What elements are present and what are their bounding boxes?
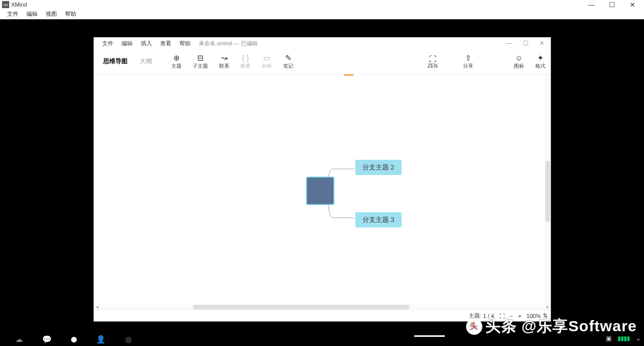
emoticon-icon: ☺	[515, 53, 523, 63]
inner-menu-view[interactable]: 查看	[156, 40, 175, 47]
tab-mindmap[interactable]: 思维导图	[99, 55, 132, 68]
subtopic-icon: ⊟	[197, 53, 204, 63]
tool-relation[interactable]: ↝ 联系	[219, 53, 229, 70]
taskbar-tray: ▣ ▮▮▮▮ ⌄	[606, 335, 641, 342]
inner-menubar: 文件 编辑 插入 查看 帮助 未命名.xmind — 已编辑 — ☐ ✕	[94, 38, 550, 49]
share-icon: ⇪	[465, 53, 472, 63]
inner-maximize-button[interactable]: ☐	[521, 40, 530, 47]
accent-marker	[344, 74, 354, 76]
central-topic-node[interactable]	[306, 177, 334, 205]
outer-maximize-button[interactable]: ☐	[606, 1, 618, 9]
tool-border-label: 外框	[262, 63, 272, 70]
tool-note-label: 笔记	[283, 63, 293, 70]
tool-note[interactable]: ✎ 笔记	[283, 53, 293, 70]
outer-window-titlebar: vn XMind — ☐ ✕	[0, 0, 644, 9]
relation-icon: ↝	[221, 53, 228, 63]
topic-icon: ⊕	[173, 53, 180, 63]
inner-minimize-button[interactable]: —	[505, 40, 514, 47]
inner-close-button[interactable]: ✕	[537, 40, 546, 47]
horizontal-scroll-thumb[interactable]	[193, 305, 409, 309]
scroll-right-arrow-icon[interactable]: ▸	[544, 304, 550, 310]
taskbar: ☁ 💬 👤 ◎	[0, 333, 644, 346]
branch-topic-2[interactable]: 分支主题 2	[355, 160, 402, 175]
tool-border[interactable]: ▭ 外框	[262, 53, 272, 70]
tool-share[interactable]: ⇪ 分享	[463, 53, 473, 70]
signal-icon: ▮▮▮▮	[618, 335, 630, 342]
tool-format[interactable]: ✦ 格式	[535, 53, 545, 70]
outer-menu-file[interactable]: 文件	[3, 10, 22, 18]
tab-outline[interactable]: 大纲	[136, 55, 156, 68]
app-title: XMind	[11, 2, 586, 8]
vertical-scroll-thumb[interactable]	[545, 161, 550, 222]
app-logo-icon: vn	[2, 1, 9, 8]
scroll-left-arrow-icon[interactable]: ◂	[94, 304, 100, 310]
toolbar: 思维导图 大纲 ⊕ 主题 ⊟ 子主题 ↝ 联系 { } 概要	[94, 49, 550, 74]
border-icon: ▭	[263, 53, 270, 63]
tool-format-label: 格式	[535, 63, 545, 70]
tool-icon-label: 图标	[514, 63, 524, 70]
outer-menu-edit[interactable]: 编辑	[22, 10, 42, 18]
inner-menu-help[interactable]: 帮助	[175, 40, 195, 47]
tool-topic-label: 主题	[171, 63, 181, 70]
tool-subtopic[interactable]: ⊟ 子主题	[193, 53, 208, 70]
outer-close-button[interactable]: ✕	[627, 1, 638, 9]
tool-icon[interactable]: ☺ 图标	[514, 53, 524, 70]
cloud-icon[interactable]: ☁	[15, 335, 23, 344]
outer-minimize-button[interactable]: —	[586, 1, 597, 9]
inner-menu-insert[interactable]: 插入	[137, 40, 156, 47]
inner-menu-edit[interactable]: 编辑	[117, 40, 137, 47]
target-icon[interactable]: ◎	[125, 335, 132, 344]
record-indicator-icon[interactable]	[71, 337, 77, 342]
chevron-down-icon[interactable]: ⌄	[636, 335, 641, 342]
tool-summary[interactable]: { } 概要	[240, 53, 251, 70]
tool-zen-label: ZEN	[427, 63, 438, 69]
branch-topic-3[interactable]: 分支主题 3	[355, 212, 402, 227]
tool-subtopic-label: 子主题	[193, 63, 208, 70]
format-icon: ✦	[537, 53, 544, 63]
outer-menubar: 文件 编辑 视图 帮助	[0, 9, 644, 19]
desktop-area: 文件 编辑 插入 查看 帮助 未命名.xmind — 已编辑 — ☐ ✕ 思维导…	[0, 19, 644, 346]
zen-icon: ⛶	[429, 54, 437, 63]
tool-share-label: 分享	[463, 63, 473, 70]
summary-icon: { }	[242, 53, 249, 63]
vertical-scrollbar[interactable]	[545, 74, 550, 304]
outer-menu-help[interactable]: 帮助	[61, 10, 80, 18]
tool-relation-label: 联系	[219, 63, 229, 70]
tray-app-icon[interactable]: ▣	[606, 335, 611, 342]
chat-icon[interactable]: 💬	[42, 335, 52, 344]
person-icon[interactable]: 👤	[96, 335, 106, 344]
horizontal-scrollbar[interactable]: ◂ ▸	[94, 304, 550, 310]
tool-summary-label: 概要	[240, 63, 251, 70]
watermark-logo-icon: 头	[466, 319, 482, 335]
document-title: 未命名.xmind — 已编辑	[199, 40, 258, 47]
mindmap-canvas[interactable]: 分支主题 2 分支主题 3 ◂ ▸	[94, 74, 550, 310]
tool-topic[interactable]: ⊕ 主题	[171, 53, 181, 70]
outer-menu-view[interactable]: 视图	[42, 10, 61, 18]
tool-zen[interactable]: ⛶ ZEN	[427, 54, 438, 69]
inner-menu-file[interactable]: 文件	[98, 40, 117, 47]
note-icon: ✎	[285, 53, 292, 63]
xmind-editor-window: 文件 编辑 插入 查看 帮助 未命名.xmind — 已编辑 — ☐ ✕ 思维导…	[94, 37, 551, 322]
